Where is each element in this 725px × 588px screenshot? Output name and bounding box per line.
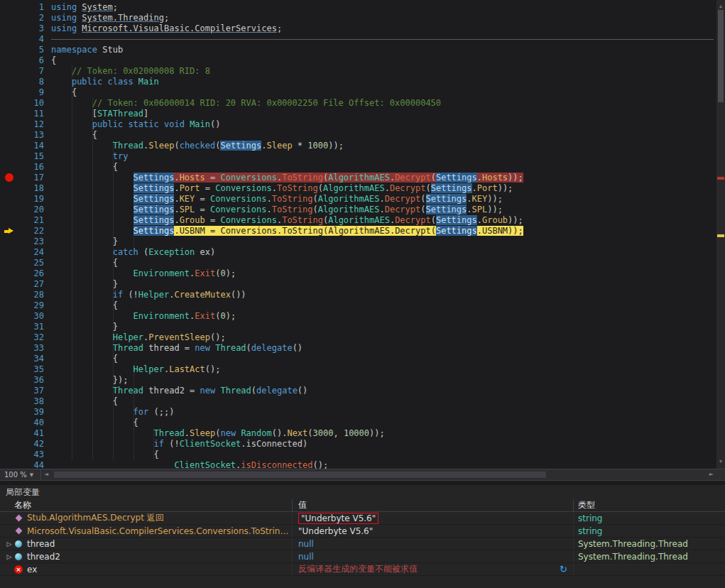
glyph-margin[interactable] [0,322,18,332]
variable-name: ex [27,565,37,575]
glyph-margin[interactable] [0,173,18,183]
code-token: [ [51,109,97,119]
locals-row[interactable]: ×ex反编译器生成的变量不能被求值↻ [0,563,725,576]
scrollbar-thumb[interactable] [54,472,546,478]
glyph-margin[interactable] [0,23,18,34]
code-text: { [44,130,97,141]
line-number: 39 [18,407,44,418]
breakpoint-icon[interactable] [5,173,13,182]
column-header-value[interactable]: 值 [293,499,574,511]
locals-row[interactable]: ▷threadnullSystem.Threading.Thread [0,538,725,550]
glyph-margin[interactable] [0,332,18,343]
code-token: { [51,55,56,65]
value-cell[interactable]: null [293,538,574,550]
glyph-margin[interactable] [0,279,18,290]
scrollbar-thumb[interactable] [718,10,724,102]
code-line: 2using System.Threading; [0,13,716,23]
glyph-margin[interactable] [0,109,18,119]
glyph-margin[interactable] [0,386,18,396]
glyph-margin[interactable] [0,45,18,55]
glyph-margin[interactable] [0,183,18,194]
column-header-type[interactable]: 类型 [574,499,725,511]
glyph-margin[interactable] [0,215,18,226]
code-token [51,364,133,374]
glyph-margin[interactable] [0,268,18,279]
code-token: Thread [154,428,185,438]
code-line: 44 ClientSocket.isDisconnected(); [0,460,716,469]
glyph-margin[interactable] [0,162,18,173]
glyph-margin[interactable] [0,364,18,375]
expand-toggle-icon[interactable]: ▷ [4,553,14,560]
editor-horizontal-scrollbar[interactable]: ◄ ► [41,469,725,480]
column-header-name[interactable]: 名称 [0,499,293,511]
member-separator-line [51,39,714,40]
line-number: 41 [18,428,44,439]
glyph-margin[interactable] [0,300,18,311]
glyph-margin[interactable] [0,375,18,386]
glyph-margin[interactable] [0,439,18,450]
glyph-margin[interactable] [0,247,18,258]
code-lines: 1using System;2using System.Threading;3u… [0,2,716,469]
glyph-margin[interactable] [0,2,18,13]
glyph-margin[interactable] [0,194,18,205]
value-cell[interactable]: "Underbyte V5.6" [293,512,574,524]
glyph-margin[interactable] [0,258,18,268]
locals-row[interactable]: ▷thread2nullSystem.Threading.Thread [0,550,725,563]
glyph-margin[interactable] [0,205,18,215]
glyph-margin[interactable] [0,450,18,460]
refresh-icon[interactable]: ↻ [560,563,567,575]
glyph-margin[interactable] [0,311,18,322]
glyph-margin[interactable] [0,396,18,407]
glyph-margin[interactable] [0,418,18,428]
glyph-margin[interactable] [0,98,18,109]
code-text [44,34,51,45]
code-token: ( [420,205,425,214]
code-token [51,460,174,469]
type-cell: System.Threading.Thread [574,538,725,550]
glyph-margin[interactable] [0,226,18,236]
glyph-margin[interactable] [0,66,18,77]
glyph-margin[interactable] [0,55,18,66]
glyph-margin[interactable] [0,34,18,45]
glyph-margin[interactable] [0,130,18,141]
code-token: ( [431,173,436,183]
expand-toggle-icon[interactable]: ▷ [4,540,14,548]
glyph-margin[interactable] [0,428,18,439]
glyph-margin[interactable] [0,119,18,130]
value-cell[interactable]: 反编译器生成的变量不能被求值↻ [293,563,574,575]
value-cell[interactable]: null [293,550,574,562]
code-token: )); [369,428,385,438]
glyph-margin[interactable] [0,151,18,162]
code-text: Settings.USBNM = Conversions.ToString(Al… [44,226,523,236]
code-token [51,215,133,225]
glyph-margin[interactable] [0,141,18,151]
locals-row[interactable]: Stub.AlgorithmAES.Decrypt 返回"Underbyte V… [0,512,725,525]
code-token: isDisconnected [241,460,312,469]
value-cell[interactable]: "Underbyte V5.6" [293,525,574,537]
glyph-margin[interactable] [0,77,18,87]
line-number: 24 [18,247,44,258]
scroll-left-icon[interactable]: ◄ [44,471,48,477]
locals-row[interactable]: Microsoft.VisualBasic.CompilerServices.C… [0,525,725,538]
zoom-level-control[interactable]: 100 % ▼ [0,469,41,480]
glyph-margin[interactable] [0,236,18,247]
line-number: 17 [18,173,44,183]
glyph-margin[interactable] [0,290,18,300]
glyph-margin[interactable] [0,354,18,364]
code-text: if (!Helper.CreateMutex()) [44,290,246,300]
editor-vertical-scrollbar[interactable]: ▲ ▼ [716,0,725,469]
code-token: )); [328,141,344,151]
code-token: Conversions [220,226,276,236]
glyph-margin[interactable] [0,460,18,469]
code-token: Environment [133,268,190,278]
scroll-right-icon[interactable]: ► [709,471,714,477]
glyph-margin[interactable] [0,407,18,418]
glyph-margin[interactable] [0,13,18,23]
scroll-down-icon[interactable]: ▼ [716,457,725,467]
code-text: { [44,450,159,460]
glyph-margin[interactable] [0,343,18,354]
execution-pointer-icon[interactable] [4,228,14,234]
glyph-margin[interactable] [0,87,18,98]
code-token: { [51,162,118,172]
code-token: ( [431,226,436,236]
